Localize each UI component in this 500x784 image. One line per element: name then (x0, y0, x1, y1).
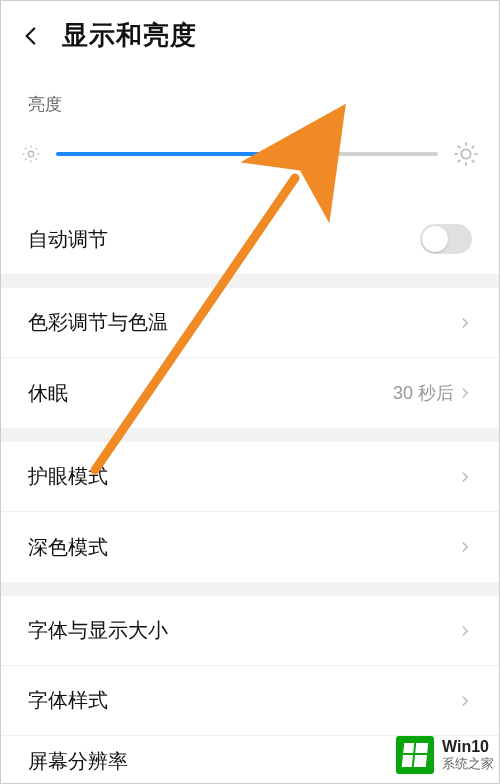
resolution-label: 屏幕分辨率 (28, 748, 128, 775)
svg-line-8 (36, 148, 37, 149)
font-style-label: 字体样式 (28, 687, 108, 714)
brightness-high-icon (452, 140, 480, 168)
svg-line-14 (458, 146, 460, 148)
windows-logo-icon (396, 736, 434, 774)
back-icon[interactable] (18, 23, 44, 49)
font-size-label: 字体与显示大小 (28, 617, 168, 644)
sleep-value: 30 秒后 (393, 381, 454, 405)
chevron-right-icon (458, 316, 472, 330)
watermark-line2: 系统之家 (442, 757, 494, 772)
chevron-right-icon (458, 624, 472, 638)
row-eye-comfort[interactable]: 护眼模式 (0, 442, 500, 512)
dark-mode-label: 深色模式 (28, 534, 108, 561)
brightness-low-icon (20, 143, 42, 165)
row-sleep[interactable]: 休眠 30 秒后 (0, 358, 500, 428)
brightness-slider[interactable] (56, 134, 438, 174)
svg-point-9 (461, 149, 470, 158)
page-title: 显示和亮度 (62, 18, 197, 53)
svg-point-0 (28, 151, 34, 157)
eye-comfort-label: 护眼模式 (28, 463, 108, 490)
chevron-right-icon (458, 386, 472, 400)
svg-line-17 (472, 146, 474, 148)
row-font-style[interactable]: 字体样式 (0, 666, 500, 736)
brightness-slider-thumb[interactable] (293, 139, 323, 169)
row-font-size[interactable]: 字体与显示大小 (0, 596, 500, 666)
auto-adjust-toggle[interactable] (420, 224, 472, 254)
brightness-label: 亮度 (0, 71, 500, 126)
svg-line-15 (472, 160, 474, 162)
row-color-temp[interactable]: 色彩调节与色温 (0, 288, 500, 358)
svg-line-6 (36, 159, 37, 160)
sleep-label: 休眠 (28, 380, 68, 407)
svg-line-5 (25, 148, 26, 149)
watermark-line1: Win10 (442, 738, 494, 756)
color-temp-label: 色彩调节与色温 (28, 309, 168, 336)
watermark: Win10 系统之家 (390, 732, 500, 778)
chevron-right-icon (458, 470, 472, 484)
chevron-right-icon (458, 694, 472, 708)
svg-line-16 (458, 160, 460, 162)
row-dark-mode[interactable]: 深色模式 (0, 512, 500, 582)
svg-line-7 (25, 159, 26, 160)
auto-adjust-label: 自动调节 (28, 226, 108, 253)
row-auto-adjust[interactable]: 自动调节 (0, 204, 500, 274)
chevron-right-icon (458, 540, 472, 554)
